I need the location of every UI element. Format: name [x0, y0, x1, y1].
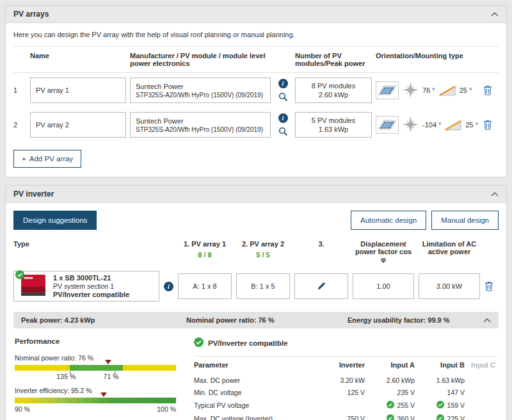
col-parameter: Parameter — [194, 361, 325, 369]
page: PV arrays Here you can design the PV arr… — [0, 0, 512, 420]
pv-inverter-header[interactable]: PV inverter — [6, 186, 506, 203]
performance-title: Performance — [15, 337, 182, 345]
orientation-cell: -104 ° 25 ° — [376, 116, 479, 134]
col-name: Name — [30, 52, 126, 60]
input-b-box[interactable]: B: 1 x 5 — [236, 273, 290, 299]
inverter-type-box[interactable]: 1 x SB 3000TL-21 PV system section 1 PV/… — [13, 271, 159, 302]
performance-panel: Performance Nominal power ratio: 76 % 13… — [15, 337, 182, 420]
eff-left-label: 90 % — [15, 405, 30, 413]
col-array3: 3. — [294, 240, 348, 248]
orientation-cell: 76 ° 25 ° — [376, 81, 479, 100]
col-orientation: Orientation/Mounting type — [376, 52, 479, 60]
search-icon[interactable] — [278, 127, 288, 136]
inverter-compatible-label: PV/Inverter compatible — [53, 291, 129, 298]
pv-arrays-title: PV arrays — [13, 10, 49, 19]
modules-count-box[interactable]: 5 PV modules 1.63 kWp — [295, 112, 372, 138]
pv-inverter-title: PV inverter — [13, 190, 54, 198]
array-name-input[interactable] — [30, 77, 126, 103]
peak-power-summary: Peak power: 4.23 kWp — [21, 316, 186, 324]
pv-arrays-body: Here you can design the PV array with th… — [6, 23, 506, 177]
pencil-icon — [317, 282, 326, 291]
azimuth-value: 76 ° — [422, 86, 435, 94]
npr-marker-icon — [105, 360, 111, 364]
pv-inverter-section: PV inverter Design suggestions Automatic… — [5, 185, 507, 420]
col-array1: 1. PV array 1 8 / 8 — [178, 240, 232, 259]
search-icon[interactable] — [278, 92, 288, 102]
manual-design-button[interactable]: Manual design — [431, 211, 499, 230]
roof-planning-icon[interactable] — [376, 116, 399, 134]
col-array2: 2. PV array 2 5 / 5 — [236, 240, 290, 259]
col-input-c: Input C — [467, 361, 495, 369]
inverter-table-header: Type 1. PV array 1 8 / 8 2. PV array 2 5… — [13, 240, 499, 271]
energy-usability-summary: Energy usability factor: 99.9 % — [348, 316, 483, 324]
array-name-input[interactable] — [30, 112, 126, 138]
module-select[interactable]: Suntech Power STP325S-A20/Wfh HyPro (150… — [130, 77, 271, 103]
inverter-toolbar: Design suggestions Automatic design Manu… — [13, 211, 499, 230]
inverter-name: 1 x SB 3000TL-21 — [53, 274, 129, 282]
collapse-icon[interactable] — [491, 12, 499, 17]
module-manufacturer: Suntech Power — [136, 83, 265, 90]
array2-count: 5 / 5 — [236, 251, 290, 259]
module-type: STP325S-A20/Wfh HyPro (1500V) (09/2019) — [136, 92, 265, 99]
compass-icon — [402, 116, 419, 134]
compatibility-panel: PV/Inverter compatible Parameter Inverte… — [194, 337, 497, 420]
efficiency-gauge: Inverter efficiency: 95.2 % 90 % 100 % — [15, 387, 182, 416]
check-icon — [436, 401, 444, 410]
inverter-summary-bar: Peak power: 4.23 kWp Nominal power ratio… — [13, 312, 499, 328]
pv-arrays-header[interactable]: PV arrays — [6, 6, 506, 23]
pv-array-row: 2 Suntech Power STP325S-A20/Wfh HyPro (1… — [13, 108, 499, 142]
peak-power: 2.60 kWp — [319, 91, 348, 99]
cos-phi-box[interactable]: 1.00 — [353, 273, 414, 299]
info-icon[interactable] — [278, 79, 288, 88]
col-input-b: Input B — [417, 361, 465, 369]
row-index: 2 — [13, 121, 26, 129]
design-suggestions-button[interactable]: Design suggestions — [13, 211, 97, 230]
pv-arrays-description: Here you can design the PV array with th… — [13, 31, 499, 38]
add-pv-array-button[interactable]: + Add PV array — [13, 150, 81, 168]
tilt-icon — [444, 118, 462, 133]
module-manufacturer: Suntech Power — [136, 117, 265, 125]
row-index: 1 — [13, 86, 26, 94]
compass-icon — [402, 81, 419, 100]
compat-row: Max. DC voltage (Inverter) 750 V 360 V 2… — [194, 412, 497, 420]
collapse-icon[interactable] — [483, 318, 491, 323]
check-icon — [387, 414, 394, 420]
pv-array-row: 1 Suntech Power STP325S-A20/Wfh HyPro (1… — [13, 73, 499, 108]
col-manufacturer: Manufacturer / PV module / module level … — [130, 52, 271, 67]
info-icon[interactable] — [164, 282, 173, 291]
eff-right-label: 100 % — [157, 405, 176, 413]
automatic-design-button[interactable]: Automatic design — [351, 211, 426, 230]
npr-tick1-label: 135 % — [57, 373, 76, 380]
info-icon[interactable] — [278, 113, 288, 123]
check-icon — [387, 401, 394, 410]
module-select[interactable]: Suntech Power STP325S-A20/Wfh HyPro (150… — [130, 112, 271, 138]
delete-array-icon[interactable] — [483, 120, 499, 130]
col-modules: Number of PV modules/Peak power — [295, 52, 372, 67]
npr-gauge: Nominal power ratio: 76 % 135 % 71 % — [15, 354, 182, 383]
col-inverter: Inverter — [328, 361, 365, 369]
roof-planning-icon[interactable] — [376, 81, 399, 99]
edit-string-box[interactable] — [294, 273, 348, 299]
compat-row: Max. DC power 3.20 kW 2.60 kWp 1.63 kWp — [194, 374, 497, 386]
ac-limit-box[interactable]: 3.00 kW — [419, 273, 480, 299]
pv-arrays-table-header: Name Manufacturer / PV module / module l… — [13, 46, 499, 73]
plus-icon: + — [22, 155, 26, 163]
tilt-icon — [438, 83, 456, 98]
col-ac-limit: Limitation of AC active power — [419, 240, 480, 255]
delete-inverter-icon[interactable] — [484, 281, 499, 291]
check-icon — [436, 414, 444, 420]
modules-count: 8 PV modules — [312, 82, 355, 90]
delete-array-icon[interactable] — [483, 85, 499, 95]
efficiency-bar — [15, 398, 176, 403]
check-icon — [194, 337, 204, 348]
azimuth-value: -104 ° — [422, 121, 441, 129]
modules-count: 5 PV modules — [312, 117, 355, 124]
modules-count-box[interactable]: 8 PV modules 2.60 kWp — [295, 77, 372, 103]
collapse-icon[interactable] — [491, 192, 499, 197]
inverter-details: Performance Nominal power ratio: 76 % 13… — [13, 328, 499, 420]
check-icon — [15, 270, 24, 280]
compatibility-table-header: Parameter Inverter Input A Input B Input… — [194, 356, 497, 374]
efficiency-marker-icon — [100, 392, 107, 397]
input-a-box[interactable]: A: 1 x 8 — [178, 273, 232, 299]
nominal-power-ratio-summary: Nominal power ratio: 76 % — [186, 316, 348, 324]
